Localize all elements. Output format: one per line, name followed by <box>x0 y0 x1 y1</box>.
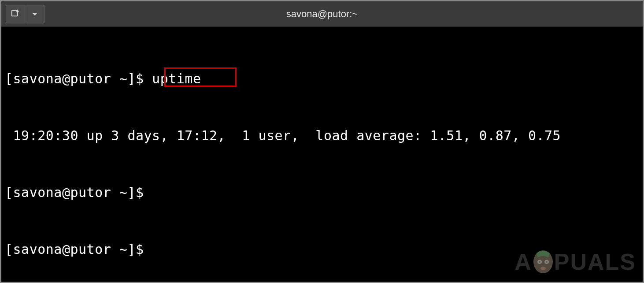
svg-point-8 <box>540 267 546 270</box>
titlebar: savona@putor:~ <box>1 1 643 27</box>
svg-point-7 <box>546 261 548 263</box>
terminal-line: [savona@putor ~]$ uptime <box>5 69 639 88</box>
new-tab-icon <box>11 8 20 20</box>
svg-point-5 <box>544 260 549 264</box>
tab-menu-button[interactable] <box>25 5 44 23</box>
terminal-area[interactable]: [savona@putor ~]$ uptime 19:20:30 up 3 d… <box>1 27 643 282</box>
svg-point-6 <box>539 261 540 263</box>
prompt: [savona@putor ~]$ <box>5 71 152 86</box>
prompt: [savona@putor ~]$ <box>5 185 152 200</box>
toolbar-buttons <box>6 5 44 23</box>
prompt: [savona@putor ~]$ <box>5 242 152 257</box>
terminal-line: [savona@putor ~]$ <box>5 183 639 202</box>
terminal-line: [savona@putor ~]$ <box>5 240 639 259</box>
command: uptime <box>152 71 201 86</box>
svg-point-4 <box>537 260 542 264</box>
chevron-down-icon <box>32 10 38 18</box>
terminal-output: 19:20:30 up 3 days, 17:12, 1 user, load … <box>5 126 639 145</box>
new-tab-button[interactable] <box>6 5 25 23</box>
window-title: savona@putor:~ <box>286 8 358 20</box>
